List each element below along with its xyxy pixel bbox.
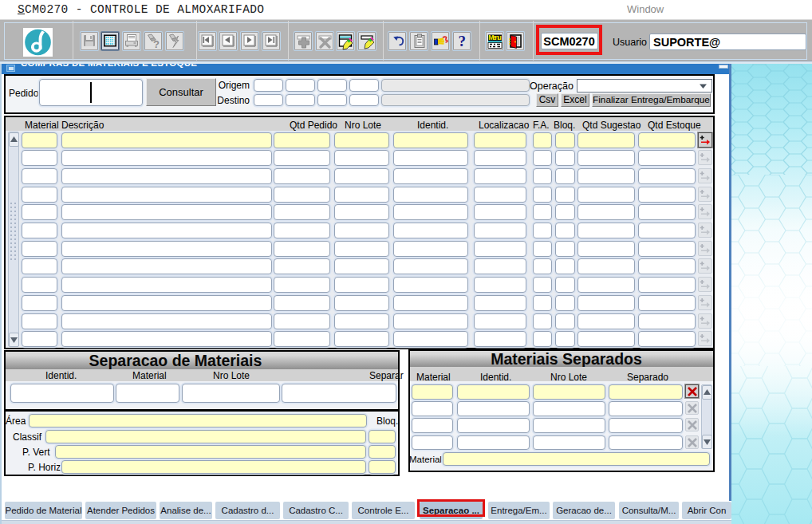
svg-text:?: ? (458, 33, 466, 49)
svg-text:Menu: Menu (488, 33, 502, 41)
svg-text:?: ? (153, 38, 160, 50)
